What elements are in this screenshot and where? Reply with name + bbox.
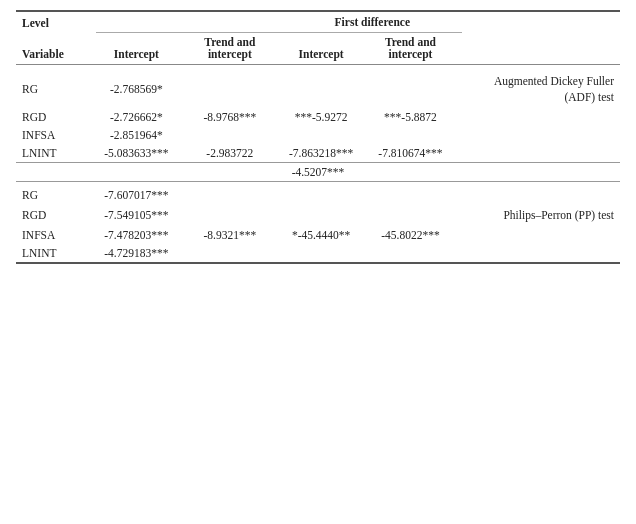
fd-intercept-cell: -7.863218***	[283, 144, 359, 163]
table-row: LNINT -4.729183***	[16, 244, 620, 263]
test-note	[462, 144, 620, 163]
variable-cell: LNINT	[16, 244, 96, 263]
variable-cell: RGD	[16, 108, 96, 126]
trend-cell	[177, 204, 283, 226]
level-group-spacer	[96, 13, 283, 32]
table-row: RG -2.768569* Augmented Dickey Fuller (A…	[16, 70, 620, 108]
variable-cell: INFSA	[16, 226, 96, 244]
test-note: Philips–Perron (PP) test	[462, 204, 620, 226]
table-row: RGD -2.726662* -8.9768*** ***-5.9272 ***…	[16, 108, 620, 126]
trend2-col-header: Trend and intercept	[359, 32, 461, 64]
table-row: RGD -7.549105*** Philips–Perron (PP) tes…	[16, 204, 620, 226]
intercept-cell: -7.549105***	[96, 204, 177, 226]
test-note: Augmented Dickey Fuller (ADF) test	[462, 70, 620, 108]
fd-trend-cell	[359, 244, 461, 263]
variable-cell: INFSA	[16, 126, 96, 144]
trend-cell	[177, 126, 283, 144]
divider-value: -4.5207***	[16, 163, 620, 182]
level-label: Level	[16, 13, 96, 32]
test-note	[462, 226, 620, 244]
table-row: INFSA -7.478203*** -8.9321*** *-45.4440*…	[16, 226, 620, 244]
fd-trend-cell: -7.810674***	[359, 144, 461, 163]
table-row: INFSA -2.851964*	[16, 126, 620, 144]
test-note	[462, 126, 620, 144]
fd-intercept-cell: *-45.4440**	[283, 226, 359, 244]
trend-cell: -8.9321***	[177, 226, 283, 244]
right-empty-header	[462, 32, 620, 64]
variable-col-header: Variable	[16, 32, 96, 64]
fd-intercept-cell	[283, 126, 359, 144]
test-note	[462, 244, 620, 263]
intercept-cell: -7.478203***	[96, 226, 177, 244]
fd-intercept-cell: ***-5.9272	[283, 108, 359, 126]
fd-trend-cell	[359, 204, 461, 226]
fd-intercept-cell	[283, 186, 359, 204]
intercept1-col-header: Intercept	[96, 32, 177, 64]
intercept-cell: -2.768569*	[96, 70, 177, 108]
trend-cell	[177, 244, 283, 263]
fd-intercept-cell	[283, 204, 359, 226]
fd-trend-cell: ***-5.8872	[359, 108, 461, 126]
first-diff-label: First difference	[283, 13, 462, 32]
intercept-cell: -7.607017***	[96, 186, 177, 204]
fd-trend-cell: -45.8022***	[359, 226, 461, 244]
trend-cell: -2.983722	[177, 144, 283, 163]
fd-intercept-cell	[283, 244, 359, 263]
test-note	[462, 186, 620, 204]
variable-cell: RG	[16, 186, 96, 204]
intercept-cell: -4.729183***	[96, 244, 177, 263]
trend-cell	[177, 186, 283, 204]
table-row: LNINT -5.083633*** -2.983722 -7.863218**…	[16, 144, 620, 163]
table-row: RG -7.607017***	[16, 186, 620, 204]
right-spacer	[462, 13, 620, 32]
variable-cell: RG	[16, 70, 96, 108]
intercept-cell: -2.726662*	[96, 108, 177, 126]
fd-trend-cell	[359, 126, 461, 144]
divider-row: -4.5207***	[16, 163, 620, 182]
trend1-col-header: Trend and intercept	[177, 32, 283, 64]
intercept-cell: -5.083633***	[96, 144, 177, 163]
fd-trend-cell	[359, 70, 461, 108]
intercept-cell: -2.851964*	[96, 126, 177, 144]
fd-intercept-cell	[283, 70, 359, 108]
trend-cell	[177, 70, 283, 108]
test-note	[462, 108, 620, 126]
trend-cell: -8.9768***	[177, 108, 283, 126]
variable-cell: LNINT	[16, 144, 96, 163]
fd-trend-cell	[359, 186, 461, 204]
variable-cell: RGD	[16, 204, 96, 226]
intercept2-col-header: Intercept	[283, 32, 359, 64]
